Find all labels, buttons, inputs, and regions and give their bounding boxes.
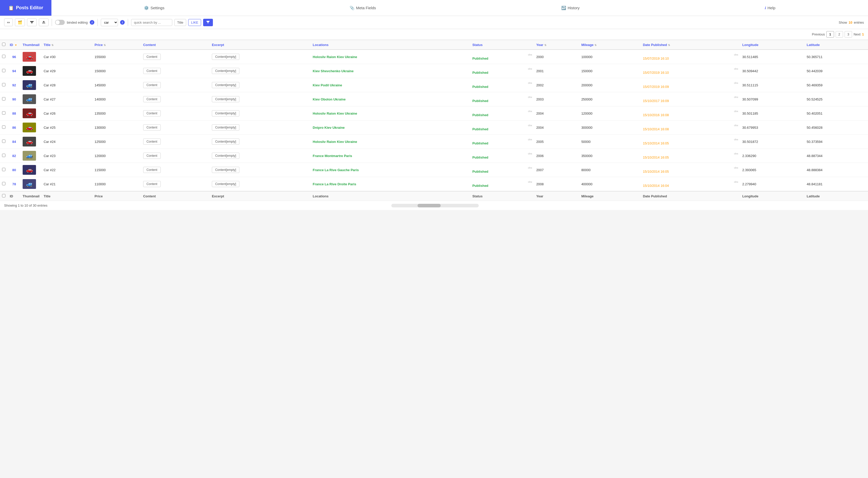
header-content[interactable]: Content — [141, 40, 210, 50]
row-id[interactable]: 96 — [8, 50, 21, 64]
date-link[interactable]: 15/10/2014 16:04 — [643, 184, 669, 188]
location-link[interactable]: Shevchenko — [321, 69, 340, 73]
search-input[interactable] — [131, 19, 172, 26]
filter-columns-button[interactable] — [27, 19, 37, 26]
row-locations[interactable]: Kiev Podil Ukraine — [311, 78, 470, 92]
content-button[interactable]: Content — [143, 54, 161, 60]
excerpt-button[interactable]: Content[empty] — [212, 124, 239, 131]
nav-item-settings[interactable]: ⚙️ Settings — [139, 6, 169, 10]
row-date-published[interactable]: clnx15/07/2019 16:10 — [641, 50, 740, 64]
header-longitude[interactable]: Longitude — [740, 40, 805, 50]
row-checkbox[interactable] — [2, 182, 5, 185]
row-id[interactable]: 92 — [8, 78, 21, 92]
select-all-checkbox[interactable] — [2, 43, 5, 46]
nav-item-help[interactable]: i Help — [760, 6, 781, 10]
date-link[interactable]: 15/07/2019 16:09 — [643, 85, 669, 89]
row-content[interactable]: Content — [141, 149, 210, 163]
date-link[interactable]: 15/10/2014 16:08 — [643, 127, 669, 131]
content-button[interactable]: Content — [143, 68, 161, 74]
header-title[interactable]: Title ⇅ — [42, 40, 93, 50]
row-content[interactable]: Content — [141, 121, 210, 135]
row-excerpt[interactable]: Content[empty] — [210, 64, 311, 78]
location-link[interactable]: France — [313, 168, 324, 172]
export-button[interactable] — [39, 19, 49, 26]
location-link[interactable]: Paris — [348, 182, 356, 186]
location-link[interactable]: Holosiiv Raion — [313, 111, 336, 116]
content-button[interactable]: Content — [143, 138, 161, 145]
header-status[interactable]: Status — [470, 40, 534, 50]
filter-type-select[interactable]: car post page — [101, 19, 118, 26]
content-button[interactable]: Content — [143, 96, 161, 102]
location-link[interactable]: Paris — [344, 154, 352, 158]
row-date-published[interactable]: clnx15/10/2016 16:08 — [641, 106, 740, 121]
row-locations[interactable]: France Montmartre Paris — [311, 149, 470, 163]
location-link[interactable]: Ukraine — [333, 126, 345, 130]
row-locations[interactable]: Dnipro Kiev Ukraine — [311, 121, 470, 135]
date-link[interactable]: 15/07/2019 16:10 — [643, 71, 669, 74]
excerpt-button[interactable]: Content[empty] — [212, 68, 239, 74]
nav-item-meta-fields[interactable]: 📎 Meta Fields — [344, 6, 381, 10]
content-button[interactable]: Content — [143, 153, 161, 159]
date-link[interactable]: 15/10/2017 16:09 — [643, 99, 669, 103]
content-button[interactable]: Content — [143, 82, 161, 88]
location-link[interactable]: Ukraine — [345, 140, 357, 144]
header-locations[interactable]: Locations — [311, 40, 470, 50]
page-3-button[interactable]: 3 — [845, 31, 852, 37]
apply-filter-button[interactable] — [203, 19, 213, 26]
location-link[interactable]: Holosiiv Raion — [313, 140, 336, 144]
location-link[interactable]: Ukraine — [333, 97, 346, 101]
location-link[interactable]: Kiev — [324, 126, 332, 130]
row-locations[interactable]: Kiev Obolon Ukraine — [311, 92, 470, 106]
row-excerpt[interactable]: Content[empty] — [210, 163, 311, 177]
location-link[interactable]: Kiev — [337, 140, 344, 144]
row-checkbox[interactable] — [2, 139, 5, 143]
location-link[interactable]: La Rive Droite — [325, 182, 347, 186]
excerpt-button[interactable]: Content[empty] — [212, 167, 239, 173]
row-checkbox[interactable] — [2, 111, 5, 115]
header-excerpt[interactable]: Excerpt — [210, 40, 311, 50]
excerpt-button[interactable]: Content[empty] — [212, 110, 239, 117]
row-excerpt[interactable]: Content[empty] — [210, 106, 311, 121]
binded-toggle[interactable] — [55, 20, 65, 25]
location-link[interactable]: Ukraine — [345, 111, 357, 116]
date-link[interactable]: 15/10/2016 16:08 — [643, 113, 669, 117]
excerpt-button[interactable]: Content[empty] — [212, 181, 239, 187]
excerpt-button[interactable]: Content[empty] — [212, 82, 239, 88]
location-link[interactable]: Montmartre — [325, 154, 343, 158]
header-price[interactable]: Price ⇅ — [93, 40, 141, 50]
row-id[interactable]: 80 — [8, 163, 21, 177]
location-link[interactable]: Obolon — [321, 97, 333, 101]
location-link[interactable]: Ukraine — [330, 83, 342, 87]
footer-checkbox-cell[interactable] — [0, 191, 8, 201]
row-excerpt[interactable]: Content[empty] — [210, 177, 311, 191]
row-id[interactable]: 82 — [8, 149, 21, 163]
excerpt-button[interactable]: Content[empty] — [212, 54, 239, 60]
header-id[interactable]: ID ▼ — [8, 40, 21, 50]
row-locations[interactable]: Holosiiv Raion Kiev Ukraine — [311, 50, 470, 64]
row-checkbox[interactable] — [2, 168, 5, 171]
date-link[interactable]: 15/10/2014 16:05 — [643, 170, 669, 173]
row-date-published[interactable]: clnx15/10/2014 16:04 — [641, 177, 740, 191]
row-checkbox[interactable] — [2, 154, 5, 157]
header-thumbnail[interactable]: Thumbnail — [21, 40, 42, 50]
row-id[interactable]: 94 — [8, 64, 21, 78]
row-checkbox[interactable] — [2, 125, 5, 129]
row-checkbox[interactable] — [2, 55, 5, 58]
row-locations[interactable]: France La Rive Droite Paris — [311, 177, 470, 191]
row-id[interactable]: 90 — [8, 92, 21, 106]
row-locations[interactable]: France La Rive Gauche Paris — [311, 163, 470, 177]
row-date-published[interactable]: clnx15/10/2014 16:08 — [641, 121, 740, 135]
header-latitude[interactable]: Latitude — [805, 40, 868, 50]
location-link[interactable]: Dnipro — [313, 126, 323, 130]
row-content[interactable]: Content — [141, 92, 210, 106]
row-checkbox[interactable] — [2, 97, 5, 100]
date-link[interactable]: 15/07/2019 16:10 — [643, 57, 669, 60]
location-link[interactable]: Kiev — [313, 69, 319, 73]
location-link[interactable]: Kiev — [337, 55, 344, 59]
location-link[interactable]: Kiev — [313, 83, 319, 87]
location-link[interactable]: Kiev — [337, 111, 344, 116]
row-date-published[interactable]: clnx15/07/2019 16:10 — [641, 64, 740, 78]
row-content[interactable]: Content — [141, 50, 210, 64]
location-link[interactable]: La Rive Gauche — [325, 168, 350, 172]
row-id[interactable]: 86 — [8, 121, 21, 135]
